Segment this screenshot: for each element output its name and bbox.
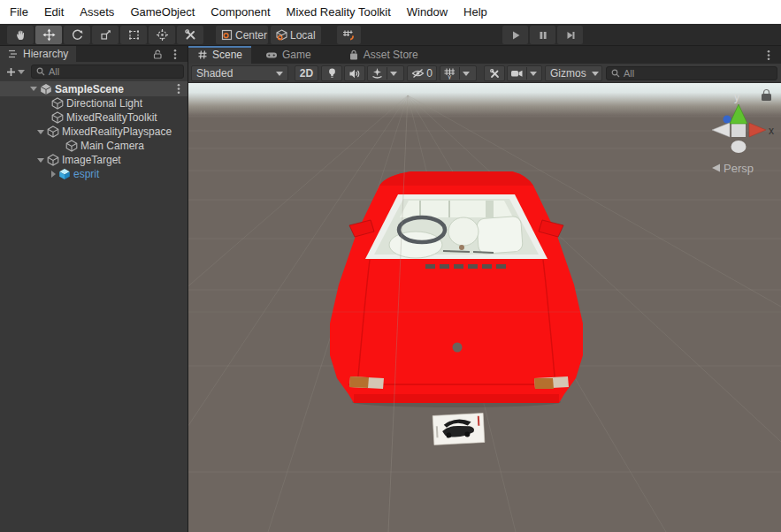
scale-icon [99, 28, 112, 42]
scene-grid-dropdown[interactable]: y [440, 65, 477, 81]
transform-tool-button[interactable] [149, 26, 175, 44]
hierarchy-lock-button[interactable] [150, 48, 165, 60]
divider [526, 67, 527, 80]
scene-menu-button[interactable] [177, 83, 180, 95]
2d-toggle-button[interactable]: 2D [295, 65, 318, 81]
prefab-cube-icon [58, 168, 71, 180]
rotate-tool-button[interactable] [64, 26, 90, 44]
shopping-bag-icon [348, 49, 359, 61]
item-label: esprit [73, 168, 99, 180]
menu-bar: File Edit Assets GameObject Component Mi… [0, 0, 781, 24]
search-icon [35, 66, 46, 77]
item-label: MixedRealityPlayspace [62, 125, 172, 138]
menu-file[interactable]: File [2, 5, 36, 19]
item-label: ImageTarget [62, 154, 121, 166]
expander-expanded-icon[interactable] [37, 158, 44, 163]
tab-game[interactable]: Game [257, 46, 320, 64]
menu-window[interactable]: Window [399, 5, 456, 19]
rect-tool-button[interactable] [120, 26, 147, 44]
gameobject-cube-icon [47, 125, 59, 138]
scene-audio-toggle[interactable] [344, 65, 365, 81]
scene-search-placeholder: All [624, 68, 634, 79]
custom-tools-button[interactable] [177, 26, 203, 44]
expander-collapsed-icon[interactable] [51, 171, 56, 178]
rotation-mode-button[interactable]: Local [271, 26, 321, 44]
hierarchy-search-input[interactable]: All [31, 65, 184, 79]
axis-x-handle[interactable] [749, 123, 766, 137]
headlight-left [349, 376, 384, 389]
hierarchy-search-placeholder: All [49, 66, 59, 77]
hierarchy-item-directional-light[interactable]: Directional Light [0, 96, 188, 110]
menu-assets[interactable]: Assets [72, 5, 122, 19]
hierarchy-item-imagetarget[interactable]: ImageTarget [0, 153, 188, 167]
hidden-count-label: 0 [426, 67, 433, 80]
tab-scene-label: Scene [212, 49, 242, 61]
move-tool-button[interactable] [35, 26, 62, 44]
tab-asset-store-label: Asset Store [364, 49, 418, 61]
hierarchy-menu-button[interactable] [168, 48, 182, 60]
light-bulb-icon [326, 67, 338, 80]
menu-edit[interactable]: Edit [36, 5, 72, 19]
axis-y-label: y [734, 91, 739, 103]
gizmo-center-cube[interactable] [731, 123, 746, 137]
menu-component[interactable]: Component [203, 5, 278, 19]
scene-panel: Scene Game Asset Store Shaded 2D [188, 46, 781, 532]
item-label: Main Camera [80, 140, 144, 152]
scale-tool-button[interactable] [92, 26, 119, 44]
scene-visibility-toggle[interactable]: 0 [407, 65, 437, 81]
hand-icon [14, 28, 27, 42]
item-label: MixedRealityToolkit [66, 111, 157, 124]
projection-toggle[interactable]: Persp [712, 162, 754, 175]
rect-tool-icon [127, 28, 141, 42]
tab-scene[interactable]: Scene [188, 46, 251, 64]
tab-hierarchy[interactable]: Hierarchy [0, 46, 76, 62]
menu-help[interactable]: Help [456, 5, 495, 19]
axis-negx-handle[interactable] [712, 123, 730, 137]
divider [387, 67, 387, 80]
pivot-center-icon [221, 29, 233, 41]
hierarchy-item-mixedrealitytoolkit[interactable]: MixedRealityToolkit [0, 110, 188, 125]
axis-negy-handle[interactable] [731, 141, 747, 153]
gizmo-lock-icon[interactable] [762, 90, 771, 102]
pivot-mode-button[interactable]: Center [216, 26, 268, 44]
grid-axis-icon: y [443, 67, 456, 80]
step-button[interactable] [557, 26, 583, 44]
hierarchy-scene-row[interactable]: SampleScene [0, 81, 188, 96]
scene-effects-dropdown[interactable] [367, 65, 404, 81]
esprit-car[interactable] [330, 171, 583, 407]
scene-search-input[interactable]: All [606, 66, 777, 80]
scene-camera-dropdown[interactable] [507, 65, 542, 81]
local-cube-icon [276, 29, 287, 41]
scene-view-toolbar: Shaded 2D 0 y [188, 64, 781, 83]
hierarchy-item-main-camera[interactable]: Main Camera [0, 139, 188, 153]
gameobject-cube-icon [47, 154, 59, 166]
hierarchy-item-esprit[interactable]: esprit [0, 167, 188, 181]
scene-view-tools-button[interactable] [484, 65, 505, 81]
menu-gameobject[interactable]: GameObject [122, 5, 203, 19]
expander-expanded-icon[interactable] [30, 87, 37, 91]
grid-snapping-button[interactable] [337, 26, 361, 44]
image-target-marker[interactable] [433, 414, 485, 445]
play-button[interactable] [502, 26, 528, 44]
axis-y-handle[interactable] [730, 104, 747, 124]
axis-z-handle[interactable] [724, 116, 731, 124]
hand-tool-button[interactable] [7, 26, 34, 44]
create-object-button[interactable] [4, 65, 27, 79]
hierarchy-item-mixedrealityplayspace[interactable]: MixedRealityPlayspace [0, 125, 188, 139]
tab-asset-store[interactable]: Asset Store [340, 46, 427, 64]
scene-viewport-canvas[interactable]: y x Persp [188, 83, 781, 532]
hierarchy-search-row: All [0, 62, 188, 81]
pause-button[interactable] [530, 26, 555, 44]
scene-lighting-toggle[interactable] [321, 65, 342, 81]
2d-label: 2D [300, 67, 313, 80]
lock-icon [152, 49, 163, 60]
expander-expanded-icon[interactable] [37, 130, 44, 134]
hood-emblem-dot [453, 343, 463, 353]
scene-viewport[interactable]: y x Persp [188, 83, 781, 532]
draw-mode-dropdown[interactable]: Shaded [191, 65, 288, 81]
gameobject-cube-icon [65, 140, 78, 152]
gizmos-dropdown[interactable]: Gizmos [545, 65, 602, 81]
scene-panel-menu-button[interactable] [762, 49, 776, 61]
menu-mixed-reality-toolkit[interactable]: Mixed Reality Toolkit [279, 5, 399, 19]
chevron-down-icon [592, 72, 599, 76]
